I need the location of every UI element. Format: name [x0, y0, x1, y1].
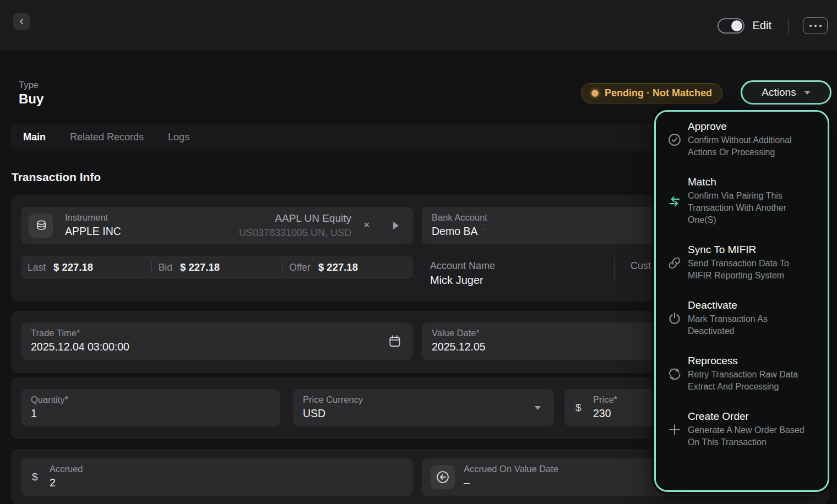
expand-right-icon[interactable]	[393, 222, 399, 229]
instrument-label: Instrument	[65, 212, 108, 223]
instrument-isin: US0378331005.UN, USD	[239, 227, 351, 239]
price-currency-value: USD	[303, 407, 325, 420]
account-name-label: Account Name	[430, 260, 495, 272]
coins-icon	[34, 218, 48, 233]
status-dot-icon	[591, 90, 599, 97]
dollar-icon: $	[575, 402, 581, 414]
refresh-icon	[661, 366, 688, 382]
check-circle-icon	[661, 132, 688, 147]
section-title: Transaction Info	[12, 171, 101, 184]
bid-label: Bid	[159, 262, 172, 273]
menu-item-description: Confirm Without Additional Actions Or Pr…	[688, 134, 808, 158]
dollar-icon: $	[32, 471, 38, 483]
type-value: Buy	[19, 91, 44, 107]
menu-item-description: Mark Transaction As Deactivated	[688, 313, 808, 337]
price-label: Price*	[593, 395, 617, 405]
quantity-label: Quantity*	[31, 395, 68, 405]
status-text: Pending · Not Matched	[605, 87, 712, 99]
menu-item-description: Retry Transaction Raw Data Extract And P…	[688, 369, 808, 393]
trade-time-field[interactable]: Trade Time* 2025.12.04 03:00:00	[21, 322, 413, 360]
menu-item-title: Sync To MIFIR	[688, 244, 808, 256]
menu-item-description: Generate A New Order Based On This Trans…	[688, 424, 808, 448]
offer-price: Offer $ 227.18	[282, 261, 413, 273]
ellipsis-icon	[809, 25, 822, 27]
calendar-icon[interactable]	[388, 334, 402, 348]
instrument-icon-wrap	[29, 213, 53, 238]
instrument-field[interactable]: Instrument APPLE INC AAPL UN Equity US03…	[21, 207, 413, 244]
menu-item-create-order[interactable]: Create Order Generate A New Order Based …	[661, 410, 820, 448]
actions-button[interactable]: Actions	[741, 80, 831, 105]
quantity-field[interactable]: Quantity* 1	[21, 389, 280, 426]
tab-main[interactable]: Main	[23, 132, 46, 143]
actions-dropdown-menu: Approve Confirm Without Additional Actio…	[654, 110, 829, 492]
type-label: Type	[19, 80, 39, 90]
bid-value: $ 227.18	[180, 261, 220, 273]
accrued-ovd-label: Accrued On Value Date	[464, 464, 558, 474]
menu-item-reprocess[interactable]: Reprocess Retry Transaction Raw Data Ext…	[661, 355, 820, 393]
plus-icon	[661, 422, 688, 437]
link-icon	[661, 255, 688, 271]
tab-related-records[interactable]: Related Records	[70, 132, 144, 143]
tab-logs[interactable]: Logs	[168, 132, 189, 143]
transaction-detail-page: Edit Type Buy Pending · Not Matched Acti…	[0, 0, 837, 504]
edit-toggle[interactable]	[718, 18, 744, 34]
bank-account-label: Bank Account	[432, 212, 487, 223]
topbar: Edit	[0, 0, 837, 51]
market-prices-row: Last $ 227.18 Bid $ 227.18 Offer $ 227.1…	[21, 256, 413, 279]
arrow-left-circle-icon	[435, 469, 450, 485]
menu-item-approve[interactable]: Approve Confirm Without Additional Actio…	[661, 120, 820, 158]
accrued-ovd-icon-wrap[interactable]	[431, 465, 455, 489]
offer-value: $ 227.18	[318, 261, 358, 273]
price-value: 230	[593, 407, 611, 420]
swap-arrows-icon	[661, 194, 688, 209]
bid-price: Bid $ 227.18	[152, 261, 282, 273]
menu-item-title: Approve	[688, 120, 808, 133]
power-icon	[661, 311, 688, 326]
custodian-label-partial: Cust	[631, 260, 651, 272]
toggle-knob	[731, 20, 742, 31]
actions-button-label: Actions	[762, 86, 796, 98]
last-price: Last $ 227.18	[21, 261, 151, 273]
edit-toggle-label: Edit	[753, 19, 771, 32]
status-badge: Pending · Not Matched	[581, 83, 722, 103]
topbar-actions: Edit	[718, 0, 828, 51]
menu-item-title: Create Order	[688, 410, 808, 423]
menu-item-sync-to-mifir[interactable]: Sync To MIFIR Send Transaction Data To M…	[661, 244, 820, 282]
account-divider	[614, 257, 615, 280]
instrument-value: APPLE INC	[65, 225, 121, 238]
accrued-field[interactable]: $ Accrued 2	[21, 458, 413, 496]
accrued-label: Accrued	[50, 464, 83, 474]
clear-icon[interactable]: ✕	[363, 220, 370, 230]
caret-down-icon	[804, 91, 811, 95]
chevron-left-icon	[17, 17, 26, 26]
account-name-value: Mick Juger	[430, 274, 483, 287]
value-date-value: 2025.12.05	[432, 341, 486, 353]
accrued-ovd-value: –	[464, 476, 470, 489]
menu-item-description: Send Transaction Data To MIFIR Reporting…	[688, 258, 808, 282]
offer-label: Offer	[289, 262, 311, 273]
bank-account-value: Demo BA−	[432, 225, 485, 238]
menu-item-deactivate[interactable]: Deactivate Mark Transaction As Deactivat…	[661, 299, 820, 337]
trade-time-value: 2025.12.04 03:00:00	[31, 341, 129, 353]
accrued-value: 2	[50, 476, 56, 489]
value-date-label: Value Date*	[432, 328, 480, 338]
instrument-ticker: AAPL UN Equity	[275, 212, 351, 224]
last-value: $ 227.18	[53, 261, 93, 273]
price-currency-label: Price Currency	[303, 395, 363, 405]
back-button[interactable]	[13, 13, 30, 30]
topbar-divider	[788, 18, 789, 34]
menu-item-match[interactable]: Match Confirm Via Pairing This Transacti…	[661, 176, 820, 226]
bank-account-mark: −	[481, 226, 485, 232]
last-label: Last	[28, 262, 46, 273]
price-currency-select[interactable]: Price Currency USD	[293, 389, 554, 426]
trade-time-label: Trade Time*	[31, 328, 80, 338]
menu-item-title: Deactivate	[688, 299, 808, 311]
menu-item-title: Reprocess	[688, 355, 808, 367]
quantity-value: 1	[31, 407, 37, 420]
caret-down-icon	[535, 406, 541, 410]
menu-item-title: Match	[688, 176, 808, 188]
menu-item-description: Confirm Via Pairing This Transaction Wit…	[688, 190, 808, 226]
more-options-button[interactable]	[803, 17, 828, 34]
